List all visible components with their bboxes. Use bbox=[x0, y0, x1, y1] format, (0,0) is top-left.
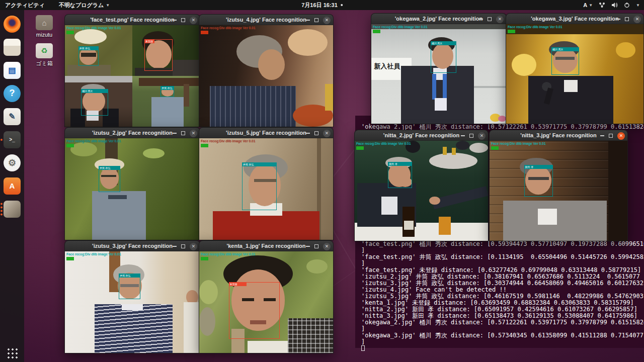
close-button[interactable]: ✕ bbox=[633, 16, 641, 23]
clock[interactable]: 7月16日 16:31 bbox=[301, 2, 343, 9]
maximize-button[interactable] bbox=[314, 244, 318, 248]
help-icon: ? bbox=[4, 85, 21, 102]
maximize-button[interactable] bbox=[625, 17, 629, 21]
close-button[interactable]: ✕ bbox=[323, 243, 331, 250]
terminal-line: 'face_test.png' 井筒 政弘 distance: [0.11341… bbox=[361, 254, 644, 260]
maximize-button[interactable] bbox=[488, 17, 492, 21]
input-method-indicator[interactable]: A ▼ bbox=[583, 2, 593, 8]
window-title: 'nitta_2.jpg' Face recognition bbox=[383, 132, 459, 138]
photo-layer bbox=[452, 148, 456, 155]
dock-item-text-editor[interactable]: ✎ bbox=[2, 107, 22, 126]
maximize-button[interactable] bbox=[314, 18, 318, 22]
dock-item-firefox[interactable] bbox=[2, 15, 22, 33]
minimize-button[interactable] bbox=[479, 19, 483, 20]
window-controls: ✕ bbox=[306, 128, 331, 139]
titlebar[interactable]: 'izutsu_4.jpg' Face recognition✕ bbox=[199, 14, 334, 25]
maximize-button[interactable] bbox=[314, 131, 318, 135]
dock-item-terminal[interactable]: >_ bbox=[2, 130, 22, 149]
status-badge bbox=[66, 144, 74, 147]
minimize-button[interactable] bbox=[306, 133, 310, 134]
minimize-button[interactable] bbox=[461, 135, 465, 136]
close-button[interactable]: ✕ bbox=[190, 130, 197, 137]
titlebar[interactable]: 'face_test.png' Face recognition✕ bbox=[64, 14, 200, 25]
face-detection-box: 井筒 政弘 bbox=[78, 46, 99, 65]
close-button[interactable]: ✕ bbox=[190, 243, 197, 250]
dock-item-app-windows[interactable] bbox=[2, 200, 22, 218]
window-content: Face recog:Div dlib image Ver 0.01新田 孝 bbox=[354, 141, 489, 241]
close-button[interactable]: ✕ bbox=[323, 130, 331, 137]
close-button[interactable]: ✕ bbox=[496, 16, 504, 23]
window-izutsu_5[interactable]: 'izutsu_5.jpg' Face recognition✕Face rec… bbox=[199, 127, 334, 240]
maximize-button[interactable] bbox=[609, 134, 613, 138]
close-button[interactable]: ✕ bbox=[190, 17, 197, 24]
face-detection-box: 桶川 秀次 bbox=[81, 89, 108, 116]
titlebar[interactable]: 'izutsu_3.jpg' Face recognition✕ bbox=[64, 240, 200, 251]
close-button[interactable]: ✕ bbox=[478, 132, 486, 140]
dock-item-settings[interactable]: ⚙ bbox=[2, 153, 22, 172]
face-label: 未登録 bbox=[229, 282, 247, 286]
status-badge bbox=[373, 30, 380, 33]
face-detection-box: 井筒 政弘 bbox=[119, 274, 140, 299]
titlebar[interactable]: 'izutsu_5.jpg' Face recognition✕ bbox=[199, 127, 334, 138]
status-badge bbox=[66, 257, 74, 260]
window-izutsu_4[interactable]: 'izutsu_4.jpg' Face recognition✕Face rec… bbox=[199, 14, 334, 127]
status-text: Face recog:Div dlib image Ver 0.01 bbox=[373, 25, 427, 29]
close-button[interactable]: ✕ bbox=[617, 132, 625, 140]
dock-item-help[interactable]: ? bbox=[2, 84, 22, 103]
window-izutsu_3[interactable]: 'izutsu_3.jpg' Face recognition✕Face rec… bbox=[64, 240, 200, 353]
photo-layer bbox=[151, 97, 184, 127]
face-label: 井筒 政弘 bbox=[160, 86, 174, 90]
photo-layer bbox=[139, 78, 200, 86]
face-detection-box: 未登録 bbox=[229, 282, 280, 339]
maximize-button[interactable] bbox=[181, 244, 185, 248]
titlebar[interactable]: 'okegawa_2.jpg' Face recognition✕ bbox=[371, 13, 507, 24]
dock-item-libreoffice-writer[interactable]: ▤ bbox=[2, 61, 22, 79]
photo-layer bbox=[122, 304, 143, 310]
app-menu-label: 不明なプログラム bbox=[59, 2, 104, 9]
minimize-button[interactable] bbox=[600, 135, 604, 136]
window-izutsu_2[interactable]: 'izutsu_2.jpg' Face recognition✕Face rec… bbox=[64, 127, 200, 240]
window-controls: ✕ bbox=[306, 241, 331, 252]
dock-item-files[interactable] bbox=[2, 38, 22, 56]
window-face_test[interactable]: 'face_test.png' Face recognition✕Face re… bbox=[64, 14, 200, 127]
minimize-button[interactable] bbox=[173, 133, 177, 134]
minimize-button[interactable] bbox=[173, 246, 177, 247]
titlebar[interactable]: 'nitta_3.jpg' Face recognition✕ bbox=[489, 130, 628, 141]
show-applications-button[interactable] bbox=[6, 347, 18, 359]
minimize-button[interactable] bbox=[306, 20, 310, 21]
minimize-button[interactable] bbox=[306, 246, 310, 247]
top-bar: アクティビティ 不明なプログラム ▼ 7月16日 16:31 A ▼ ▼ bbox=[0, 0, 644, 10]
maximize-button[interactable] bbox=[181, 18, 185, 22]
window-title: 'face_test.png' Face recognition bbox=[90, 17, 174, 23]
dock-item-ubuntu-software[interactable]: A bbox=[2, 176, 22, 195]
maximize-button[interactable] bbox=[469, 134, 473, 138]
window-kenta_1[interactable]: 'kenta_1.jpg' Face recognition✕Face reco… bbox=[199, 240, 334, 353]
maximize-button[interactable] bbox=[181, 131, 185, 135]
window-controls: ✕ bbox=[616, 14, 641, 25]
system-tray[interactable]: A ▼ ▼ bbox=[583, 2, 640, 8]
close-button[interactable]: ✕ bbox=[323, 17, 331, 24]
app-menu[interactable]: 不明なプログラム ▼ bbox=[59, 2, 110, 9]
minimize-button[interactable] bbox=[173, 20, 177, 21]
window-nitta_3[interactable]: 'nitta_3.jpg' Face recognition✕Face reco… bbox=[489, 130, 628, 241]
desktop-icon-mizutu[interactable]: ⌂mizutu bbox=[28, 15, 60, 38]
face-label: 新田 孝 bbox=[388, 162, 412, 166]
titlebar[interactable]: 'kenta_1.jpg' Face recognition✕ bbox=[199, 240, 334, 251]
desktop-icon-label: mizutu bbox=[36, 32, 52, 38]
terminal-output[interactable]: 'face_test.png' 桶川 秀次 distance: [0.59394… bbox=[361, 241, 644, 352]
desktop-icon-ゴミ箱[interactable]: ♻ゴミ箱 bbox=[28, 43, 60, 67]
minimize-button[interactable] bbox=[616, 19, 620, 20]
photo-layer bbox=[288, 318, 333, 353]
titlebar[interactable]: 'nitta_2.jpg' Face recognition✕ bbox=[354, 130, 489, 141]
titlebar[interactable]: 'izutsu_2.jpg' Face recognition✕ bbox=[64, 127, 200, 138]
face-detection-box: 井筒 政弘 bbox=[242, 162, 277, 210]
window-nitta_2[interactable]: 'nitta_2.jpg' Face recognition✕Face reco… bbox=[354, 130, 489, 241]
window-okegawa_2[interactable]: 'okegawa_2.jpg' Face recognition✕新入社員Fac… bbox=[371, 13, 507, 124]
window-okegawa_3[interactable]: 'okegawa_3.jpg' Face recognition✕Face re… bbox=[506, 13, 644, 124]
face-detection-box: 未登録 bbox=[144, 39, 173, 71]
photo-layer bbox=[143, 148, 165, 158]
activities-button[interactable]: アクティビティ bbox=[5, 2, 45, 9]
window-content: Face recog:Div dlib image Ver 0.01新田 孝 bbox=[489, 141, 628, 241]
titlebar[interactable]: 'okegawa_3.jpg' Face recognition✕ bbox=[506, 13, 644, 24]
status-text: Face recog:Div dlib image Ver 0.01 bbox=[491, 142, 545, 145]
